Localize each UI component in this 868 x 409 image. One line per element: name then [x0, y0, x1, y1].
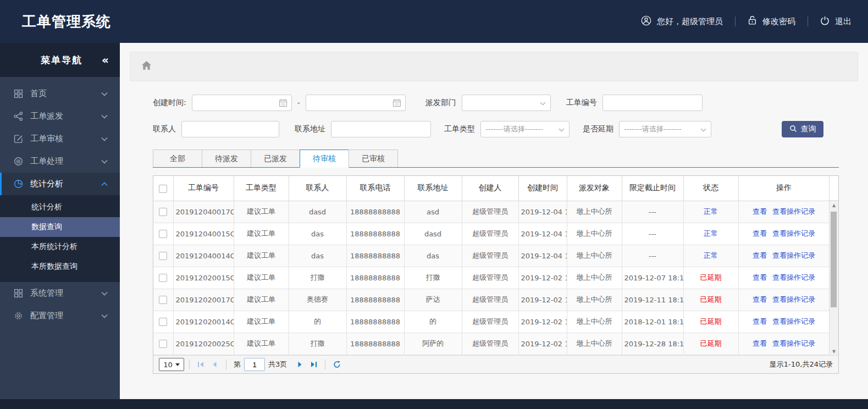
page-size-select[interactable]: 10 — [159, 358, 184, 371]
create-time-end-input[interactable] — [306, 95, 405, 110]
order-type-label: 工单类型 — [444, 124, 475, 134]
row-checkbox[interactable] — [159, 230, 167, 238]
table-header-row: 工单编号 工单类型 联系人 联系电话 联系地址 创建人 创建时间 派发对象 限定… — [153, 176, 830, 201]
sidebar-item-review[interactable]: 工单审核 — [0, 128, 120, 150]
table-vertical-scrollbar[interactable]: ▲ ▼ — [829, 201, 838, 355]
pie-chart-icon — [13, 179, 23, 189]
grid-icon — [13, 89, 23, 99]
last-page-button[interactable] — [307, 358, 320, 371]
scroll-up-arrow[interactable]: ▲ — [830, 203, 838, 208]
sidebar-item-statistics[interactable]: 统计分析 — [0, 173, 120, 195]
view-log-link[interactable]: 查看操作记录 — [772, 251, 815, 259]
chevron-down-icon — [101, 159, 108, 164]
submenu-label: 本所统计分析 — [31, 242, 78, 252]
table-row: 201912020025C 建议工单 打撒 18888888888 阿萨的 超级… — [153, 333, 830, 355]
submenu-item-data-query[interactable]: 数据查询 — [0, 217, 120, 237]
sidebar-item-config[interactable]: 配置管理 — [0, 305, 120, 327]
chevron-down-icon — [101, 114, 108, 119]
status-badge: 正常 — [683, 245, 738, 267]
view-link[interactable]: 查看 — [753, 317, 767, 325]
next-page-button[interactable] — [294, 358, 307, 371]
sidebar-item-process[interactable]: 工单处理 — [0, 150, 120, 173]
sidebar-item-system[interactable]: 系统管理 — [0, 282, 120, 305]
tab-reviewed[interactable]: 已审核 — [349, 150, 398, 167]
lock-icon — [748, 15, 757, 27]
row-checkbox[interactable] — [159, 208, 167, 216]
chevron-down-icon — [101, 92, 108, 96]
tab-dispatched[interactable]: 已派发 — [251, 150, 300, 167]
view-link[interactable]: 查看 — [753, 251, 767, 259]
scroll-down-arrow[interactable]: ▼ — [830, 349, 838, 354]
row-checkbox[interactable] — [159, 274, 167, 282]
sidebar-item-dispatch[interactable]: 工单派发 — [0, 105, 120, 128]
order-no-input[interactable] — [602, 95, 703, 111]
col-creator: 创建人 — [462, 176, 518, 201]
view-link[interactable]: 查看 — [753, 339, 767, 347]
page-number-input[interactable] — [244, 358, 265, 371]
prev-page-button[interactable] — [208, 358, 221, 371]
view-log-link[interactable]: 查看操作记录 — [772, 295, 815, 303]
create-time-start-field[interactable] — [192, 95, 292, 111]
select-all-checkbox[interactable] — [159, 185, 167, 193]
tab-all[interactable]: 全部 — [153, 150, 202, 167]
database-icon — [13, 157, 23, 167]
change-password-button[interactable]: 修改密码 — [748, 15, 795, 27]
contact-input[interactable] — [181, 121, 279, 137]
col-actions: 操作 — [738, 176, 830, 201]
dispatch-dept-select[interactable] — [462, 95, 551, 111]
refresh-icon[interactable] — [330, 358, 344, 371]
delay-select[interactable]: -------请选择------- — [619, 121, 711, 137]
first-page-button[interactable] — [195, 358, 208, 371]
search-button[interactable]: 查询 — [782, 121, 823, 137]
scrollbar-thumb[interactable] — [831, 212, 837, 307]
tab-pending-dispatch[interactable]: 待派发 — [202, 150, 251, 167]
col-status: 状态 — [683, 176, 738, 201]
divider — [735, 16, 736, 26]
table-row: 201912040015C 建议工单 das 18888888888 dasd … — [153, 223, 830, 245]
view-log-link[interactable]: 查看操作记录 — [772, 207, 815, 215]
view-log-link[interactable]: 查看操作记录 — [772, 229, 815, 237]
calendar-icon[interactable] — [392, 98, 401, 109]
search-icon — [789, 125, 797, 134]
col-order-type: 工单类型 — [234, 176, 289, 201]
row-checkbox[interactable] — [159, 340, 167, 348]
row-checkbox[interactable] — [159, 296, 167, 304]
logout-button[interactable]: 退出 — [820, 16, 852, 27]
submenu-item-local-statistics[interactable]: 本所统计分析 — [0, 237, 120, 257]
col-created: 创建时间 — [518, 176, 567, 201]
user-greeting[interactable]: 您好，超级管理员 — [641, 15, 723, 28]
chevron-down-icon — [101, 314, 108, 318]
view-link[interactable]: 查看 — [753, 229, 767, 237]
view-link[interactable]: 查看 — [753, 295, 767, 303]
submenu-item-local-data-query[interactable]: 本所数据查询 — [0, 257, 120, 277]
total-pages-label: 共3页 — [268, 360, 287, 369]
calendar-icon[interactable] — [279, 98, 288, 109]
select-value: -------请选择------- — [624, 124, 700, 134]
view-link[interactable]: 查看 — [753, 207, 767, 215]
row-checkbox[interactable] — [159, 318, 167, 326]
create-time-end-field[interactable] — [306, 95, 406, 111]
sidebar-item-home[interactable]: 首页 — [0, 82, 120, 105]
order-type-select[interactable]: -------请选择------- — [480, 121, 570, 137]
view-link[interactable]: 查看 — [753, 273, 767, 281]
order-no-label: 工单编号 — [566, 98, 597, 108]
scrollbar-header-spacer — [829, 176, 838, 201]
chevron-down-icon — [101, 291, 108, 296]
row-checkbox[interactable] — [159, 252, 167, 260]
tab-pending-review[interactable]: 待审核 — [300, 150, 349, 168]
logout-label: 退出 — [835, 16, 852, 27]
header-checkbox-cell — [153, 176, 173, 201]
view-log-link[interactable]: 查看操作记录 — [772, 317, 815, 325]
submenu-item-statistics-analysis[interactable]: 统计分析 — [0, 197, 120, 217]
grid-icon — [13, 289, 23, 299]
home-icon[interactable] — [141, 60, 152, 73]
table-row-partial — [153, 355, 830, 355]
view-log-link[interactable]: 查看操作记录 — [772, 273, 815, 281]
user-icon — [641, 15, 651, 28]
col-contact: 联系人 — [289, 176, 346, 201]
view-log-link[interactable]: 查看操作记录 — [772, 339, 815, 347]
sidebar-collapse-icon[interactable]: « — [102, 54, 109, 65]
chevron-down-icon — [175, 363, 180, 366]
address-input[interactable] — [331, 121, 431, 137]
create-time-start-input[interactable] — [192, 95, 291, 110]
